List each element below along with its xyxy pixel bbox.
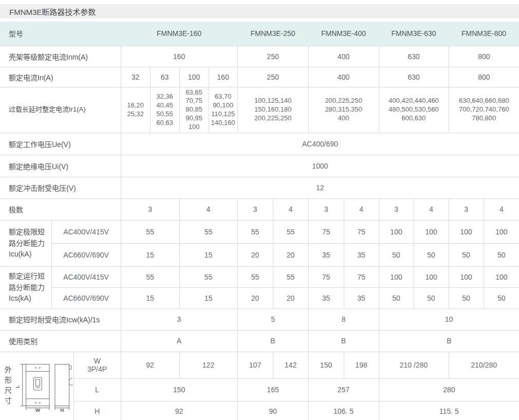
insulation-voltage-row: 额定绝缘电压Ui(V) 1000 [0,155,519,177]
ics-label: 额定运行短 路分断能力 Ics(kA) [0,266,51,308]
cell-ics690-9: 50 [484,287,519,308]
cell-poles-7: 4 [414,198,449,220]
cell-icu690-6: 50 [379,243,414,266]
dimension-mark-h: H [60,407,64,412]
cell-w-3: 142 [273,352,308,378]
title-bar: FMNM3E断路器技术参数 [0,4,519,19]
cell-poles-6: 3 [379,198,414,220]
cell-ics690-7: 50 [414,287,449,308]
cell-icu415-3: 55 [273,220,308,243]
cell-cat-250: B [237,330,308,352]
cell-icu690-5: 35 [344,243,379,266]
cell-w-2: 107 [237,352,273,378]
cell-ics415-0: 55 [121,266,179,287]
cell-poles-2: 3 [237,198,273,220]
overload-current-row: 过载长延时整定电流Ir1(A) 16,20 25,32 32,36 40,45 … [0,87,519,133]
dimension-mark-l: L [14,385,20,388]
header-model-400: FMNM3E-400 [308,22,379,46]
cell-in-800: 800 [449,67,519,87]
cell-icu415-7: 100 [414,220,449,243]
breaker-outline-drawing: L + + + + W [12,361,72,412]
poles-row: 极数 3 4 3 4 3 4 3 4 3 4 [0,198,519,220]
cell-ics415-4: 75 [308,266,344,287]
cell-in-160: 160 [209,67,237,87]
cell-poles-3: 4 [273,198,308,220]
icu-415-row: 额定极限短 路分断能力 Icu(kA) AC400V/415V 55 55 55… [0,220,519,243]
cell-ics415-1: 55 [179,266,237,287]
cell-w-1: 122 [179,352,237,378]
cell-ics690-2: 20 [237,287,273,308]
cell-icu690-3: 20 [273,243,308,266]
cell-in-63: 63 [150,67,179,87]
icu-690-row: AC660V/690V 15 15 20 20 35 35 50 50 50 5… [0,243,519,266]
dimensions-label: 外形尺寸 [1,362,11,411]
cell-icu415-9: 100 [484,220,519,243]
spec-table: 型号 FMNM3E-160 FMNM3E-250 FMNM3E-400 FMNM… [0,22,519,420]
cell-w-6: 210 /280 [379,352,449,378]
cell-inm-400: 400 [308,46,379,67]
cell-icu690-2: 20 [237,243,273,266]
cell-ui-value: 1000 [121,155,519,177]
header-model-800: FMNM3E-800 [449,22,519,46]
dimension-h-label: H [73,401,121,420]
ics-415-row: 额定运行短 路分断能力 Ics(kA) AC400V/415V 55 55 55… [0,266,519,287]
cell-ics415-7: 100 [414,266,449,287]
cell-icu415-6: 100 [379,220,414,243]
cell-poles-9: 4 [484,198,519,220]
frame-current-label: 壳架等级额定电流Inm(A) [0,46,121,67]
cell-ics690-4: 35 [308,287,344,308]
ics-415-sublabel: AC400V/415V [51,266,121,287]
cell-w-0: 92 [121,352,179,378]
cell-inm-250: 250 [237,46,308,67]
cell-w-4: 150 [308,352,344,378]
cell-ics690-6: 50 [379,287,414,308]
working-voltage-label: 额定工作电压Ue(V) [0,133,121,155]
dimension-l-row: L 150 165 257 280 [0,378,519,401]
cell-icu690-9: 50 [484,243,519,266]
impulse-voltage-label: 额定冲击耐受电压(V) [0,177,121,198]
cell-ir1-160: 63,70 90,100 110,125 140,160 [209,87,237,133]
cell-w-5: 198 [344,352,379,378]
cell-icu690-8: 50 [449,243,484,266]
cell-poles-8: 3 [449,198,484,220]
rated-current-label: 额定电流In(A) [0,67,121,87]
cell-inm-800: 800 [449,46,519,67]
icw-row: 额定短时耐受电流Icw(kA)/1s 3 5 8 10 [0,308,519,330]
cell-poles-1: 4 [179,198,237,220]
icu-label: 额定极限短 路分断能力 Icu(kA) [0,220,51,266]
cell-ics690-1: 15 [179,287,237,308]
cell-ics690-5: 35 [344,287,379,308]
cell-in-32: 32 [121,67,150,87]
cell-ics415-8: 100 [449,266,484,287]
cell-ics415-2: 55 [237,266,273,287]
cell-ics690-0: 15 [121,287,179,308]
cell-icw-630-800: 10 [379,308,519,330]
cell-icu415-1: 55 [179,220,237,243]
cell-icw-160: 3 [121,308,237,330]
cell-h-400: 106. 5 [308,401,379,420]
impulse-voltage-row: 额定冲击耐受电压(V) 12 [0,177,519,198]
cell-ics415-5: 75 [344,266,379,287]
dimension-h-row: H 92 90 106. 5 115. 5 [0,401,519,420]
icw-label: 额定短时耐受电流Icw(kA)/1s [0,308,121,330]
cell-inm-630: 630 [379,46,449,67]
cell-ics415-9: 100 [484,266,519,287]
rated-current-row: 额定电流In(A) 32 63 100 160 250 400 630 800 [0,67,519,87]
cell-ics690-8: 50 [449,287,484,308]
dimension-w-row: 外形尺寸 L + + + + W [0,352,519,378]
ics-690-row: AC660V/690V 15 15 20 20 35 35 50 50 50 5… [0,287,519,308]
cell-h-160: 92 [121,401,237,420]
cell-icw-250: 5 [237,308,308,330]
cell-ics415-6: 100 [379,266,414,287]
cell-icu690-4: 35 [308,243,344,266]
cell-l-250: 165 [237,378,308,401]
cell-w-7: 210/280 [449,352,519,378]
cell-poles-4: 3 [308,198,344,220]
ics-690-sublabel: AC660V/690V [51,287,121,308]
header-model-250: FMNM3E-250 [237,22,308,46]
cell-impulse-value: 12 [121,177,519,198]
icu-690-sublabel: AC660V/690V [51,243,121,266]
cell-ics415-3: 55 [273,266,308,287]
cell-in-400: 400 [308,67,379,87]
cell-cat-400: B [308,330,379,352]
